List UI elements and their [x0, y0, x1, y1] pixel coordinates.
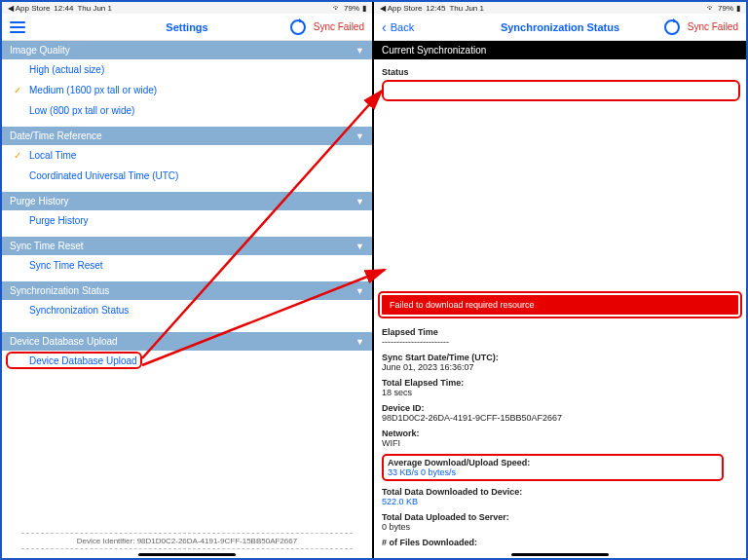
section-sync-status[interactable]: Synchronization Status▼ — [2, 281, 372, 300]
item-sync-status[interactable]: Synchronization Status — [2, 300, 372, 320]
menu-icon[interactable] — [10, 21, 25, 33]
battery-pct: 79% — [344, 4, 359, 13]
total-download-label: Total Data Downloaded to Device: — [382, 487, 738, 497]
wifi-icon: ᯤ — [707, 4, 715, 13]
sync-start-label: Sync Start Date/Time (UTC): — [382, 353, 738, 362]
total-upload-value: 0 bytes — [382, 522, 738, 532]
current-sync-header: Current Synchronization — [374, 41, 746, 59]
chevron-down-icon: ▼ — [355, 286, 364, 296]
device-id-label: Device ID: — [382, 403, 738, 413]
total-elapsed-value: 18 secs — [382, 388, 738, 397]
status-time: 12:45 — [426, 4, 445, 13]
option-utc[interactable]: Coordinated Universal Time (UTC) — [2, 166, 372, 186]
elapsed-time-label: Elapsed Time — [382, 323, 738, 337]
status-time: 12:44 — [54, 4, 73, 13]
section-image-quality[interactable]: Image Quality▼ — [2, 41, 372, 59]
avg-speed-label: Average Download/Upload Speed: — [388, 458, 718, 467]
section-sync-time-reset[interactable]: Sync Time Reset▼ — [2, 237, 372, 255]
battery-pct: 79% — [718, 4, 733, 13]
option-medium[interactable]: ✓Medium (1600 px tall or wide) — [2, 80, 372, 100]
chevron-down-icon: ▼ — [355, 337, 364, 347]
back-to-app[interactable]: ◀ App Store — [380, 4, 422, 13]
device-identifier: Device Identifier: 98D1D0C2-26DA-4191-9C… — [21, 533, 353, 549]
files-downloaded-label: # of Files Downloaded: — [382, 538, 738, 547]
status-failed-banner: Failed to download required resource — [380, 293, 740, 317]
status-date: Thu Jun 1 — [449, 4, 484, 13]
network-value: WIFI — [382, 438, 738, 448]
elapsed-dashes: ----------------------- — [382, 337, 738, 347]
total-upload-label: Total Data Uploaded to Server: — [382, 512, 738, 522]
home-indicator — [511, 553, 609, 556]
refresh-icon[interactable] — [290, 19, 306, 35]
ios-status-bar: ◀ App Store 12:45 Thu Jun 1 ᯤ 79% ▮ — [374, 2, 746, 14]
network-label: Network: — [382, 429, 738, 438]
chevron-down-icon: ▼ — [355, 197, 364, 206]
sync-status-pane: ◀ App Store 12:45 Thu Jun 1 ᯤ 79% ▮ ‹ Ba… — [374, 2, 746, 558]
device-id-value: 98D1D0C2-26DA-4191-9CFF-15BB50AF2667 — [382, 413, 738, 423]
option-high[interactable]: High (actual size) — [2, 59, 372, 80]
refresh-icon[interactable] — [664, 19, 680, 35]
back-button[interactable]: ‹ Back — [382, 20, 414, 34]
option-low[interactable]: Low (800 px tall or wide) — [2, 100, 372, 121]
back-to-app[interactable]: ◀ App Store — [8, 4, 50, 13]
sync-status-label[interactable]: Sync Failed — [688, 21, 738, 32]
item-device-db-upload[interactable]: Device Database Upload — [2, 351, 372, 371]
item-purge-history[interactable]: Purge History — [2, 210, 372, 231]
settings-pane: ◀ App Store 12:44 Thu Jun 1 ᯤ 79% ▮ Sett… — [2, 2, 374, 558]
chevron-down-icon: ▼ — [355, 46, 364, 56]
section-datetime-ref[interactable]: Date/Time Reference▼ — [2, 127, 372, 145]
total-download-value: 522.0 KB — [382, 497, 738, 506]
wifi-icon: ᯤ — [333, 4, 341, 13]
check-icon: ✓ — [14, 150, 23, 161]
check-icon: ✓ — [14, 85, 23, 95]
battery-icon: ▮ — [736, 4, 740, 13]
sync-status-label[interactable]: Sync Failed — [314, 21, 364, 32]
sync-start-value: June 01, 2023 16:36:07 — [382, 362, 738, 372]
section-purge-history[interactable]: Purge History▼ — [2, 192, 372, 210]
status-date: Thu Jun 1 — [77, 4, 112, 13]
item-sync-time-reset[interactable]: Sync Time Reset — [2, 255, 372, 276]
chevron-down-icon: ▼ — [355, 131, 364, 141]
nav-bar: ‹ Back Synchronization Status Sync Faile… — [374, 14, 746, 41]
nav-bar: Settings Sync Failed — [2, 14, 372, 41]
home-indicator — [138, 553, 236, 556]
chevron-down-icon: ▼ — [355, 242, 364, 251]
status-label: Status — [382, 63, 738, 77]
option-local-time[interactable]: ✓Local Time — [2, 145, 372, 166]
chevron-left-icon: ‹ — [382, 20, 387, 34]
avg-speed-value: 33 KB/s 0 bytes/s — [388, 467, 718, 477]
section-device-db-upload[interactable]: Device Database Upload▼ — [2, 332, 372, 351]
page-title: Synchronization Status — [501, 21, 619, 33]
battery-icon: ▮ — [362, 4, 366, 13]
ios-status-bar: ◀ App Store 12:44 Thu Jun 1 ᯤ 79% ▮ — [2, 2, 372, 14]
page-title: Settings — [166, 21, 207, 33]
total-elapsed-label: Total Elapsed Time: — [382, 378, 738, 388]
